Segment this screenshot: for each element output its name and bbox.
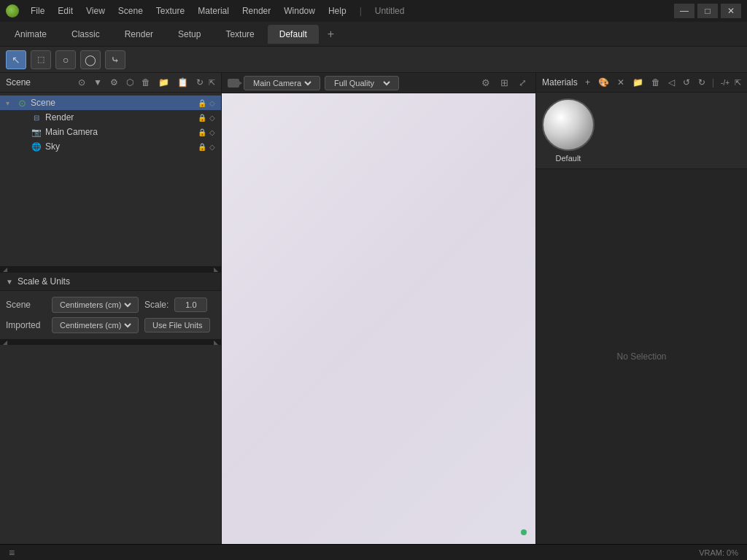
mat-add-button[interactable]: + (582, 76, 593, 89)
tab-default[interactable]: Default (268, 25, 319, 44)
viewport-settings-button[interactable]: ⚙ (479, 76, 493, 90)
select-tool-button[interactable]: ↖ (6, 50, 26, 69)
imported-unit-dropdown[interactable]: Centimeters (cm) Meters (m) Millimeters … (57, 320, 133, 330)
scene-toolbar: ⊙ ▼ ⚙ ⬡ 🗑 📁 📋 ↻ ⇱ (75, 76, 215, 89)
materials-toolbar: + 🎨 ✕ 📁 🗑 ◁ ↺ ↻ | -/+ ⇱ (582, 76, 741, 89)
scale-units-header[interactable]: ▼ Scale & Units (0, 273, 221, 291)
tree-item-render[interactable]: ▾ ⊟ Render 🔒 ◇ (0, 110, 221, 125)
scale-value-input[interactable] (174, 298, 207, 312)
tree-label-sky: Sky (45, 141, 195, 152)
no-selection-area: No Selection (536, 169, 747, 544)
mat-folder-button[interactable]: 📁 (630, 76, 646, 89)
scene-tool-filter[interactable]: ▼ (90, 76, 105, 89)
tree-item-camera[interactable]: ▾ 📷 Main Camera 🔒 ◇ (0, 125, 221, 139)
tree-arrow-scene: ▾ (6, 99, 13, 107)
viewport-expand-button[interactable]: ⤢ (516, 76, 530, 90)
path-tool-button[interactable]: ⤷ (105, 50, 125, 69)
app-title: Untitled (369, 4, 411, 18)
tab-classic[interactable]: Classic (60, 25, 112, 44)
scene-header-left: Scene (6, 77, 31, 88)
tree-vis-scene: ◇ (209, 99, 215, 107)
menu-render[interactable]: Render (236, 4, 276, 18)
tree-item-scene[interactable]: ▾ ⊙ Scene 🔒 ◇ (0, 96, 221, 110)
camera-selector[interactable]: Main Camera (244, 76, 320, 90)
status-left: ≡ (9, 547, 15, 559)
render-status-dot (521, 529, 527, 535)
scene-unit-select[interactable]: Centimeters (cm) Meters (m) Millimeters … (52, 297, 139, 313)
circle-tool-button[interactable]: ○ (55, 50, 76, 69)
mat-undo-button[interactable]: ↺ (680, 76, 693, 89)
menu-window[interactable]: Window (278, 4, 321, 18)
scene-tool-link[interactable]: ⊙ (75, 76, 88, 89)
menu-view[interactable]: View (80, 4, 111, 18)
scene-unit-dropdown[interactable]: Centimeters (cm) Meters (m) Millimeters … (57, 300, 133, 310)
menu-help[interactable]: Help (322, 4, 352, 18)
scene-panel-corner-right: ◣ (214, 266, 218, 273)
scene-panel-corner-left: ◢ (3, 266, 7, 273)
tab-texture[interactable]: Texture (214, 25, 266, 44)
scene-expand-icon[interactable]: ⇱ (209, 78, 215, 88)
tree-label-camera: Main Camera (45, 127, 195, 137)
menu-material[interactable]: Material (192, 4, 235, 18)
titlebar-left: File Edit View Scene Texture Material Re… (6, 4, 410, 18)
quality-dropdown[interactable]: Full Quality Preview Fast Preview (331, 78, 392, 88)
minimize-button[interactable]: — (674, 4, 694, 18)
material-item-default[interactable]: Default (542, 98, 595, 163)
right-panel: Materials + 🎨 ✕ 📁 🗑 ◁ ↺ ↻ | -/+ ⇱ (535, 73, 747, 544)
scene-panel-title: Scene (6, 77, 31, 88)
camera-viewport-icon (228, 79, 239, 88)
scene-tool-copy[interactable]: 📋 (174, 76, 191, 89)
viewport-canvas[interactable] (222, 93, 535, 544)
camera-dropdown[interactable]: Main Camera (250, 78, 314, 88)
sky-icon: 🌐 (31, 141, 42, 152)
scale-units-panel: ▼ Scale & Units Scene Centimeters (cm) M… (0, 272, 221, 345)
mat-redo-button[interactable]: ↻ (695, 76, 708, 89)
viewport-split-button[interactable]: ⊞ (498, 76, 511, 90)
scale-units-arrow: ▼ (6, 278, 13, 286)
materials-expand-icon[interactable]: ⇱ (735, 78, 741, 88)
viewport-header: Main Camera Full Quality Preview Fast Pr… (222, 73, 535, 93)
use-file-units-button[interactable]: Use File Units (144, 318, 210, 332)
quality-selector[interactable]: Full Quality Preview Fast Preview (325, 76, 399, 90)
mat-delete-button[interactable]: 🗑 (649, 76, 663, 89)
scene-tool-refresh[interactable]: ↻ (193, 76, 206, 89)
scene-unit-label: Scene (6, 300, 46, 310)
maximize-button[interactable]: □ (697, 4, 718, 18)
mat-minmax[interactable]: -/+ (718, 77, 732, 88)
menu-texture[interactable]: Texture (150, 4, 190, 18)
scene-tool-shape[interactable]: ⬡ (123, 76, 136, 89)
tree-label-scene: Scene (31, 98, 195, 108)
add-tab-button[interactable]: + (320, 25, 341, 44)
scene-unit-row: Scene Centimeters (cm) Meters (m) Millim… (6, 297, 215, 313)
tab-animate[interactable]: Animate (3, 25, 58, 44)
marquee-tool-button[interactable]: ⬚ (31, 50, 51, 69)
scale-value-label: Scale: (144, 300, 169, 310)
tab-render[interactable]: Render (113, 25, 165, 44)
lasso-tool-button[interactable]: ◯ (80, 50, 101, 69)
toolbar: ↖ ⬚ ○ ◯ ⤷ (0, 47, 747, 73)
scale-units-title: Scale & Units (18, 276, 70, 287)
mat-remove-button[interactable]: ✕ (614, 76, 627, 89)
menu-edit[interactable]: Edit (52, 4, 79, 18)
scene-icon: ⊙ (16, 97, 28, 109)
scene-tool-folder[interactable]: 📁 (155, 76, 172, 89)
menu-separator: | (354, 4, 368, 18)
close-button[interactable]: ✕ (721, 4, 741, 18)
imported-unit-label: Imported (6, 320, 46, 330)
status-bar: ≡ VRAM: 0% (0, 544, 747, 560)
tree-item-sky[interactable]: ▾ 🌐 Sky 🔒 ◇ (0, 139, 221, 154)
camera-icon: 📷 (31, 126, 42, 138)
app-logo (6, 4, 19, 18)
menu-scene[interactable]: Scene (112, 4, 149, 18)
tab-setup[interactable]: Setup (166, 25, 212, 44)
mat-back-button[interactable]: ◁ (665, 76, 678, 89)
tree-vis-sky: ◇ (209, 143, 215, 151)
menu-file[interactable]: File (25, 4, 50, 18)
menu-bar: File Edit View Scene Texture Material Re… (25, 4, 410, 18)
tree-lock-scene: 🔒 (198, 99, 206, 107)
mat-paint-button[interactable]: 🎨 (595, 76, 612, 89)
scene-tool-delete[interactable]: 🗑 (139, 76, 153, 89)
scene-tool-settings[interactable]: ⚙ (107, 76, 121, 89)
left-panel-empty (0, 345, 221, 544)
imported-unit-select[interactable]: Centimeters (cm) Meters (m) Millimeters … (52, 317, 139, 333)
